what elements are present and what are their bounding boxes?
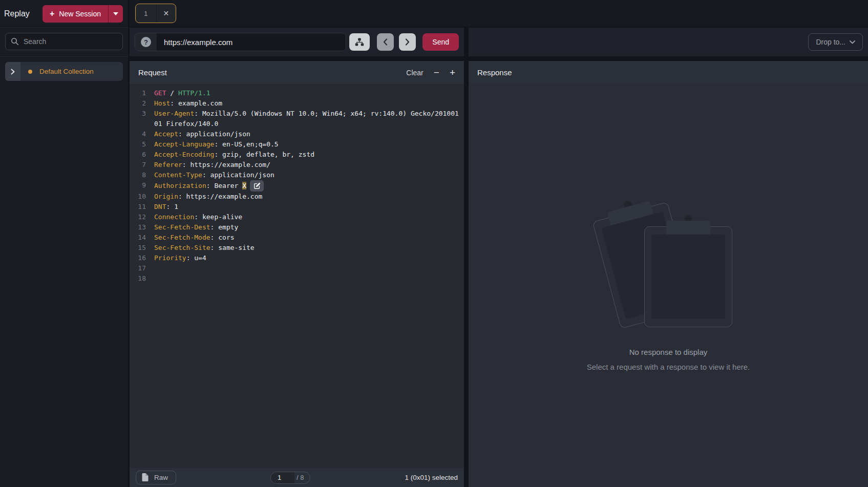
new-session-split-button[interactable]: + New Session [43, 5, 123, 23]
edit-value-button[interactable] [250, 180, 264, 192]
code-line[interactable]: 5Accept-Language: en-US,en;q=0.5 [130, 139, 464, 150]
selection-status: 1 (0x01) selected [405, 474, 458, 481]
panels-row: ? Send Request [130, 28, 868, 487]
new-session-label: New Session [59, 10, 101, 18]
line-number: 8 [130, 170, 146, 180]
question-mark-icon: ? [141, 37, 151, 47]
line-number: 18 [130, 273, 146, 284]
main-area: 1 ✕ ? [128, 0, 868, 487]
sidebar-item-default-collection[interactable]: Default Collection [5, 62, 123, 81]
plus-icon: + [50, 10, 54, 18]
chevron-left-icon [383, 38, 388, 46]
code-line[interactable]: 1GET / HTTP/1.1 [130, 88, 464, 98]
session-tab-1[interactable]: 1 ✕ [135, 4, 176, 23]
response-column: Drop to... Response [469, 28, 868, 487]
chevron-down-icon [850, 40, 855, 44]
raw-label: Raw [154, 474, 168, 481]
request-header-actions: Clear − + [406, 68, 455, 77]
code-line[interactable]: 18 [130, 273, 464, 284]
sidebar: Replay + New Session Default Collection [0, 0, 128, 487]
code-line[interactable]: 7Referer: https://example.com/ [130, 160, 464, 170]
code-line[interactable]: 9Authorization: Bearer X [130, 180, 464, 192]
sitemap-icon [355, 37, 364, 47]
request-toolbar: ? Send [130, 28, 464, 56]
code-line[interactable]: 13Sec-Fetch-Dest: empty [130, 222, 464, 232]
request-column: ? Send Request [130, 28, 464, 487]
line-number: 12 [130, 212, 146, 222]
edit-icon [253, 182, 261, 189]
code-line[interactable]: 3User-Agent: Mozilla/5.0 (Windows NT 10.… [130, 109, 464, 129]
raw-view-button[interactable]: Raw [136, 471, 176, 484]
app-title: Replay [4, 9, 30, 18]
chevron-right-icon [405, 38, 410, 46]
increase-font-button[interactable]: + [450, 68, 455, 77]
close-tab-button[interactable]: ✕ [156, 4, 176, 23]
caret-down-icon [113, 12, 118, 15]
request-panel-header: Request Clear − + [130, 61, 464, 84]
request-panel: Request Clear − + 1GET / HTTP/1.12Host: … [130, 61, 464, 487]
file-icon [142, 473, 149, 481]
page-total-label: / 8 [294, 474, 310, 481]
response-empty-state: No response to display Select a request … [469, 84, 868, 487]
line-number: 16 [130, 253, 146, 263]
code-line[interactable]: 4Accept: application/json [130, 129, 464, 139]
line-number: 5 [130, 139, 146, 150]
search-container [0, 28, 128, 57]
page-number-input[interactable]: 1 [271, 472, 294, 483]
line-number: 13 [130, 222, 146, 232]
line-number: 17 [130, 263, 146, 273]
line-number: 1 [130, 88, 146, 98]
sidebar-header: Replay + New Session [0, 0, 128, 28]
empty-state-subtitle: Select a request with a response to view… [587, 363, 750, 371]
line-number: 15 [130, 243, 146, 253]
code-line[interactable]: 12Connection: keep-alive [130, 212, 464, 222]
response-panel: Response No response to display Select a… [469, 61, 868, 487]
code-line[interactable]: 17 [130, 263, 464, 273]
line-number: 7 [130, 160, 146, 170]
line-number: 11 [130, 202, 146, 212]
expand-collection-button[interactable] [5, 62, 20, 81]
sitemap-button[interactable] [349, 33, 370, 51]
code-line[interactable]: 14Sec-Fetch-Mode: cors [130, 232, 464, 243]
clipboards-illustration [601, 200, 735, 330]
search-input[interactable] [24, 37, 117, 46]
empty-state-title: No response to display [629, 348, 708, 356]
code-line[interactable]: 10Origin: https://example.com [130, 192, 464, 202]
send-button[interactable]: Send [422, 33, 459, 51]
drop-to-button[interactable]: Drop to... [808, 33, 863, 51]
search-box[interactable] [5, 33, 123, 50]
code-line[interactable]: 8Content-Type: application/json [130, 170, 464, 180]
url-input[interactable] [157, 38, 346, 47]
history-forward-button[interactable] [399, 33, 416, 51]
line-number: 14 [130, 232, 146, 243]
collection-label: Default Collection [39, 68, 94, 75]
clipboard-front-icon [644, 226, 732, 327]
request-title: Request [138, 68, 167, 77]
code-line[interactable]: 6Accept-Encoding: gzip, deflate, br, zst… [130, 150, 464, 160]
connection-info-button[interactable]: ? [135, 33, 157, 51]
response-toolbar: Drop to... [469, 28, 868, 56]
clear-button[interactable]: Clear [406, 69, 423, 77]
close-icon: ✕ [163, 9, 170, 17]
code-line[interactable]: 16Priority: u=4 [130, 253, 464, 263]
search-icon [11, 37, 19, 46]
new-session-dropdown-button[interactable] [108, 5, 123, 23]
request-code[interactable]: 1GET / HTTP/1.12Host: example.com3User-A… [130, 84, 464, 468]
code-line[interactable]: 15Sec-Fetch-Site: same-site [130, 243, 464, 253]
request-pager: 1 / 8 [270, 472, 310, 484]
collection-dot-icon [28, 70, 32, 74]
line-number: 4 [130, 129, 146, 139]
session-tabstrip: 1 ✕ [130, 0, 868, 28]
response-title: Response [477, 68, 512, 77]
new-session-button[interactable]: + New Session [43, 5, 108, 23]
code-line[interactable]: 2Host: example.com [130, 98, 464, 109]
request-footer: Raw 1 / 8 1 (0x01) selected [130, 468, 464, 487]
line-number: 6 [130, 150, 146, 160]
session-tab-label[interactable]: 1 [136, 10, 156, 17]
drop-to-label: Drop to... [816, 38, 845, 46]
code-line[interactable]: 11DNT: 1 [130, 202, 464, 212]
line-number: 2 [130, 98, 146, 109]
history-back-button[interactable] [377, 33, 394, 51]
decrease-font-button[interactable]: − [434, 68, 439, 77]
line-number: 9 [130, 180, 146, 192]
